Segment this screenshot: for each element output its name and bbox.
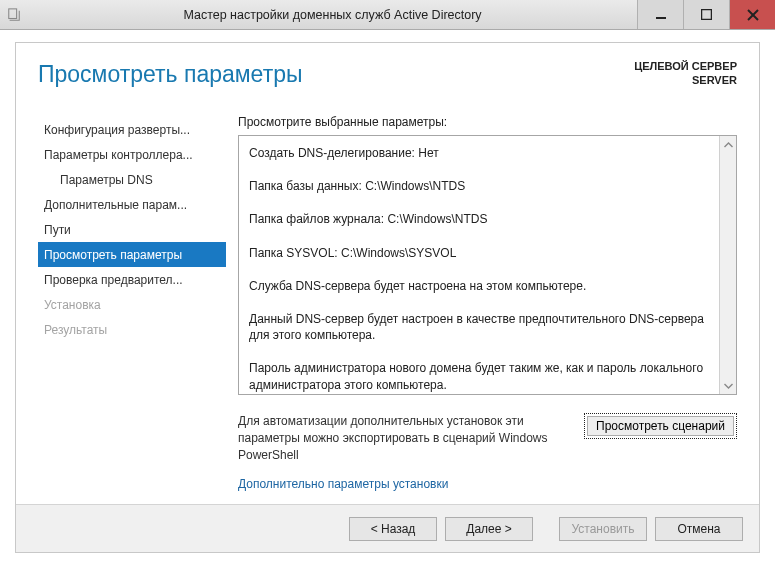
close-button[interactable] [729, 0, 775, 29]
svg-rect-2 [702, 10, 712, 20]
scroll-track[interactable] [720, 153, 736, 377]
options-line-4: Служба DNS-сервера будет настроена на эт… [249, 278, 709, 294]
options-line-6: Пароль администратора нового домена буде… [249, 360, 709, 392]
chevron-down-icon [724, 383, 733, 389]
view-script-button[interactable]: Просмотреть сценарий [584, 413, 737, 439]
sidebar-step-8: Результаты [38, 317, 226, 342]
sidebar-step-2[interactable]: Параметры DNS [38, 167, 226, 192]
app-icon [0, 8, 28, 22]
scrollbar[interactable] [719, 136, 736, 394]
minimize-icon [655, 9, 667, 21]
wizard-body: Просмотреть параметры ЦЕЛЕВОЙ СЕРВЕР SER… [15, 42, 760, 553]
chevron-up-icon [724, 142, 733, 148]
options-line-0: Создать DNS-делегирование: Нет [249, 145, 709, 161]
sidebar-step-7: Установка [38, 292, 226, 317]
options-line-3: Папка SYSVOL: C:\Windows\SYSVOL [249, 245, 709, 261]
options-text-content: Создать DNS-делегирование: НетПапка базы… [239, 136, 719, 394]
sidebar-step-1[interactable]: Параметры контроллера... [38, 142, 226, 167]
review-options-label: Просмотрите выбранные параметры: [238, 115, 737, 129]
next-button[interactable]: Далее > [445, 517, 533, 541]
window-title: Мастер настройки доменных служб Active D… [28, 8, 637, 22]
install-button[interactable]: Установить [559, 517, 647, 541]
target-server-label: ЦЕЛЕВОЙ СЕРВЕР [634, 60, 737, 72]
export-hint-row: Для автоматизации дополнительных установ… [238, 413, 737, 463]
target-server-block: ЦЕЛЕВОЙ СЕРВЕР SERVER [634, 59, 737, 88]
sidebar-step-0[interactable]: Конфигурация разверты... [38, 117, 226, 142]
sidebar-step-4[interactable]: Пути [38, 217, 226, 242]
maximize-icon [701, 9, 712, 20]
main-pane: Просмотрите выбранные параметры: Создать… [238, 115, 737, 496]
sidebar-step-6[interactable]: Проверка предварител... [38, 267, 226, 292]
export-hint-text: Для автоматизации дополнительных установ… [238, 413, 584, 463]
wizard-steps-sidebar: Конфигурация разверты...Параметры контро… [38, 115, 226, 496]
scroll-down-button[interactable] [720, 377, 736, 394]
cancel-button[interactable]: Отмена [655, 517, 743, 541]
sidebar-step-5[interactable]: Просмотреть параметры [38, 242, 226, 267]
window-frame: Просмотреть параметры ЦЕЛЕВОЙ СЕРВЕР SER… [0, 30, 775, 567]
options-line-2: Папка файлов журнала: C:\Windows\NTDS [249, 211, 709, 227]
wizard-window: Мастер настройки доменных служб Active D… [0, 0, 775, 567]
view-script-button-label[interactable]: Просмотреть сценарий [587, 416, 734, 436]
options-line-5: Данный DNS-сервер будет настроен в качес… [249, 311, 709, 343]
titlebar: Мастер настройки доменных служб Active D… [0, 0, 775, 30]
window-controls [637, 0, 775, 29]
options-line-1: Папка базы данных: C:\Windows\NTDS [249, 178, 709, 194]
more-about-link[interactable]: Дополнительно параметры установки [238, 477, 737, 491]
maximize-button[interactable] [683, 0, 729, 29]
close-icon [747, 9, 759, 21]
options-textbox[interactable]: Создать DNS-делегирование: НетПапка базы… [238, 135, 737, 395]
page-title: Просмотреть параметры [38, 61, 303, 88]
wizard-footer: < Назад Далее > Установить Отмена [16, 504, 759, 552]
scroll-up-button[interactable] [720, 136, 736, 153]
back-button[interactable]: < Назад [349, 517, 437, 541]
sidebar-step-3[interactable]: Дополнительные парам... [38, 192, 226, 217]
target-server-name: SERVER [692, 74, 737, 86]
svg-rect-0 [9, 8, 17, 18]
minimize-button[interactable] [637, 0, 683, 29]
